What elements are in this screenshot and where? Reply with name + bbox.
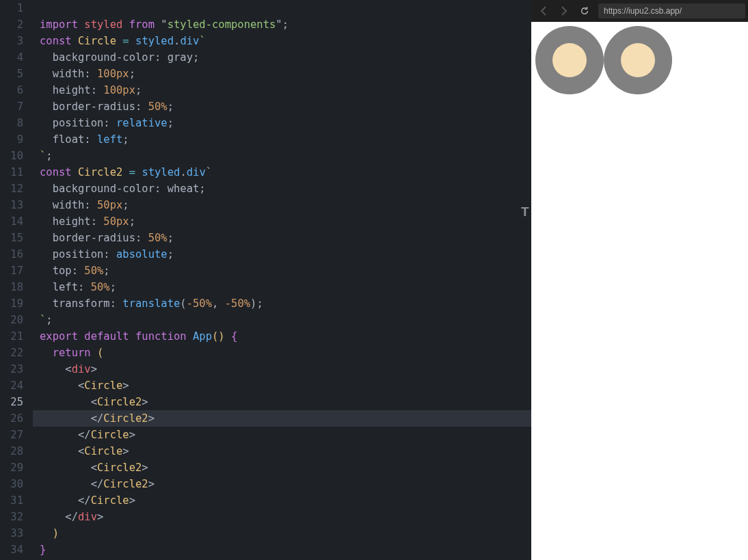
refresh-icon	[580, 6, 589, 16]
line-number: 34	[0, 542, 23, 558]
line-number: 13	[0, 197, 23, 213]
line-number: 20	[0, 312, 23, 328]
line-number: 12	[0, 181, 23, 197]
preview-circle-inner	[552, 43, 587, 77]
address-bar[interactable]: https://iupu2.csb.app/	[598, 3, 745, 18]
line-number: 30	[0, 476, 23, 492]
line-number: 5	[0, 66, 23, 82]
line-number: 22	[0, 345, 23, 361]
line-number: 19	[0, 295, 23, 312]
line-number: 25	[0, 394, 23, 410]
line-number: 14	[0, 213, 23, 230]
line-number: 29	[0, 459, 23, 476]
line-number: 4	[0, 49, 23, 66]
line-number: 21	[0, 328, 23, 345]
preview-circle	[535, 26, 604, 94]
line-number: 8	[0, 115, 23, 131]
preview-circle-inner	[621, 43, 655, 77]
line-number: 23	[0, 361, 23, 377]
nav-back-button[interactable]	[534, 1, 553, 21]
editor-content[interactable]: import styled from "styled-components";c…	[33, 0, 531, 560]
code-editor[interactable]: 1 2 3 4 5 6 7 8 9 10 11 12 13 14 15 16 1…	[0, 0, 531, 560]
chevron-right-icon	[561, 6, 567, 16]
preview-viewport	[531, 22, 748, 560]
line-number: 24	[0, 377, 23, 394]
line-number: 3	[0, 33, 23, 49]
line-number: 2	[0, 16, 23, 33]
line-number: 26	[0, 410, 23, 427]
line-number: 31	[0, 492, 23, 509]
line-number: 15	[0, 230, 23, 246]
pane-resize-handle[interactable]: T	[521, 204, 529, 220]
editor-gutter: 1 2 3 4 5 6 7 8 9 10 11 12 13 14 15 16 1…	[0, 0, 33, 560]
line-number: 28	[0, 443, 23, 459]
line-number: 27	[0, 427, 23, 443]
line-number: 1	[0, 0, 23, 16]
line-number: 16	[0, 246, 23, 263]
line-number: 32	[0, 509, 23, 525]
line-number: 7	[0, 98, 23, 115]
line-number: 6	[0, 82, 23, 98]
line-number: 11	[0, 164, 23, 181]
line-number: 18	[0, 279, 23, 295]
line-number: 33	[0, 525, 23, 542]
text-cursor	[155, 411, 155, 423]
preview-circle	[604, 26, 672, 94]
preview-pane: https://iupu2.csb.app/	[531, 0, 748, 560]
nav-forward-button[interactable]	[555, 1, 574, 21]
active-line[interactable]: </Circle2>	[33, 410, 531, 427]
preview-browser-bar: https://iupu2.csb.app/	[531, 0, 748, 22]
nav-refresh-button[interactable]	[575, 1, 594, 21]
line-number: 10	[0, 148, 23, 164]
chevron-left-icon	[540, 6, 547, 16]
line-number: 9	[0, 131, 23, 148]
line-number: 17	[0, 263, 23, 279]
